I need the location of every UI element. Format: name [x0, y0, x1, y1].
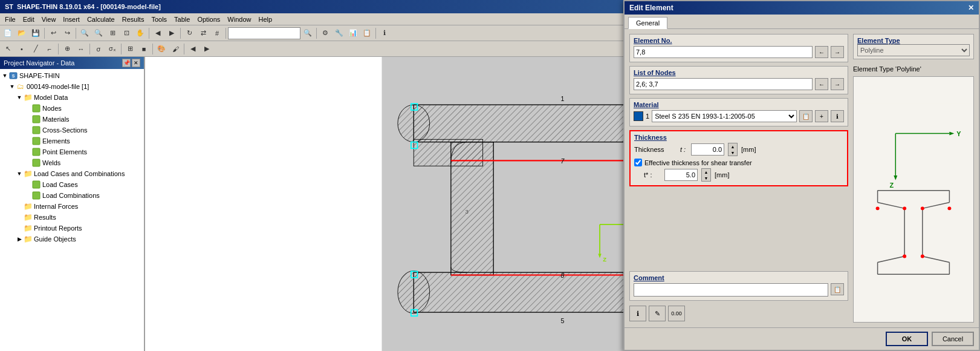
tree-cross-sections[interactable]: Cross-Sections — [0, 125, 144, 136]
tb-sep-7 — [375, 28, 376, 39]
tb-search-btn[interactable]: 🔍 — [301, 27, 314, 40]
cancel-button[interactable]: Cancel — [932, 332, 974, 346]
tb2-render[interactable]: ■ — [137, 42, 151, 56]
element-no-btn1[interactable]: ← — [815, 46, 828, 58]
material-select[interactable]: Steel S 235 EN 1993-1-1:2005-05 — [652, 110, 797, 122]
tb-new[interactable]: 📄 — [1, 27, 15, 40]
internal-forces-icon: 📁 — [23, 202, 33, 211]
eff-thickness-checkbox[interactable] — [634, 159, 642, 166]
menu-file[interactable]: File — [1, 15, 19, 24]
tree-point-elements[interactable]: Point Elements — [0, 146, 144, 157]
tb-grid[interactable]: # — [210, 27, 224, 40]
tb2-nav-l[interactable]: ◀ — [186, 42, 200, 56]
tb-info[interactable]: ℹ — [378, 27, 391, 40]
menu-calculate[interactable]: Calculate — [83, 15, 118, 24]
tb-extra-4[interactable]: 📋 — [360, 27, 374, 40]
nav-close[interactable]: ✕ — [132, 59, 140, 67]
ok-button[interactable]: OK — [886, 332, 928, 346]
tb-zoom-out[interactable]: 🔍 — [92, 27, 105, 40]
tb-zoom-fit[interactable]: ⊞ — [106, 27, 119, 40]
tstar-down[interactable]: ▼ — [702, 175, 710, 181]
tb2-color[interactable]: 🎨 — [155, 42, 168, 56]
tb2-sigma2[interactable]: σₓ — [106, 42, 119, 56]
nav-pin[interactable]: 📌 — [122, 59, 131, 67]
tb2-measure[interactable]: ↔ — [74, 42, 88, 56]
menu-options[interactable]: Options — [193, 15, 224, 24]
action-info-btn[interactable]: ℹ — [629, 306, 646, 321]
tree-model-file[interactable]: ▼ 🗂 000149-model-file [1] — [0, 81, 144, 92]
menu-table[interactable]: Table — [170, 15, 193, 24]
comment-btn[interactable]: 📋 — [831, 283, 844, 295]
tree-nodes[interactable]: Nodes — [0, 103, 144, 114]
tb-mirror[interactable]: ⇄ — [196, 27, 210, 40]
tree-guide-objects[interactable]: ▶ 📁 Guide Objects — [0, 234, 144, 244]
material-info-btn[interactable]: ℹ — [831, 110, 844, 122]
thickness-down[interactable]: ▼ — [729, 149, 737, 156]
material-new-btn[interactable]: + — [815, 110, 828, 122]
tb-rotate[interactable]: ↻ — [183, 27, 196, 40]
menu-window[interactable]: Window — [224, 15, 255, 24]
menu-view[interactable]: View — [38, 15, 60, 24]
tb2-polyline[interactable]: ⌐ — [43, 42, 56, 56]
tree-internal-forces[interactable]: 📁 Internal Forces — [0, 201, 144, 212]
action-edit-btn[interactable]: ✎ — [649, 306, 666, 321]
tb2-nav-r[interactable]: ▶ — [200, 42, 213, 56]
comment-input[interactable] — [634, 283, 828, 297]
menu-tools[interactable]: Tools — [148, 15, 170, 24]
svg-point-67 — [947, 206, 951, 210]
thickness-up[interactable]: ▲ — [729, 143, 737, 149]
element-type-select[interactable]: Polyline — [857, 44, 970, 56]
action-num-btn[interactable]: 0.00 — [668, 306, 685, 321]
tree-materials[interactable]: Materials — [0, 114, 144, 125]
menu-results[interactable]: Results — [118, 15, 148, 24]
tb2-line[interactable]: ╱ — [29, 42, 42, 56]
tstar-input[interactable] — [664, 169, 698, 181]
tree-elements[interactable]: Elements — [0, 136, 144, 146]
menu-insert[interactable]: Insert — [59, 15, 83, 24]
tb2-node[interactable]: • — [15, 42, 28, 56]
tree-load-cases-comb[interactable]: ▼ 📁 Load Cases and Combinations — [0, 168, 144, 179]
tree-load-cases[interactable]: Load Cases — [0, 179, 144, 190]
menu-edit[interactable]: Edit — [19, 15, 38, 24]
tab-general[interactable]: General — [628, 17, 667, 29]
tstar-up[interactable]: ▲ — [702, 169, 710, 175]
material-edit-btn[interactable]: 📋 — [799, 110, 813, 122]
tb-search-input[interactable] — [228, 27, 300, 39]
tb2-select[interactable]: ↖ — [1, 42, 15, 56]
tb-nav-fwd[interactable]: ▶ — [165, 27, 178, 40]
tb-sep-5 — [226, 28, 226, 39]
tb-open[interactable]: 📂 — [15, 27, 28, 40]
tb-zoom-window[interactable]: ⊡ — [120, 27, 133, 40]
tree-results[interactable]: 📁 Results — [0, 212, 144, 223]
dialog-close-button[interactable]: ✕ — [968, 4, 974, 12]
tb2-sigma[interactable]: σ — [92, 42, 105, 56]
tree-welds[interactable]: Welds — [0, 157, 144, 168]
thickness-unit: [mm] — [741, 146, 756, 153]
tstar-spinner[interactable]: ▲ ▼ — [701, 168, 711, 182]
thickness-input[interactable] — [691, 143, 724, 156]
tree-model-data[interactable]: ▼ 📁 Model Data — [0, 92, 144, 103]
tb-extra-2[interactable]: 🔧 — [333, 27, 346, 40]
tb2-snap[interactable]: ⊕ — [60, 42, 74, 56]
nodes-btn1[interactable]: ← — [815, 78, 828, 90]
tb2-palette[interactable]: 🖌 — [169, 42, 182, 56]
tb-extra-1[interactable]: ⚙ — [319, 27, 332, 40]
nodes-btn2[interactable]: → — [831, 78, 844, 90]
tb-nav-back[interactable]: ◀ — [151, 27, 164, 40]
tree-root[interactable]: ▼ S SHAPE-THIN — [0, 70, 144, 81]
tb2-disp-opt[interactable]: ⊞ — [123, 42, 137, 56]
menu-help[interactable]: Help — [255, 15, 276, 24]
element-no-input[interactable] — [634, 46, 813, 58]
list-of-nodes-input[interactable] — [634, 78, 813, 90]
internal-forces-label: Internal Forces — [34, 203, 78, 210]
tb-extra-3[interactable]: 📊 — [346, 27, 360, 40]
tb-redo[interactable]: ↪ — [60, 27, 74, 40]
tree-printout-reports[interactable]: 📁 Printout Reports — [0, 223, 144, 234]
tb-undo[interactable]: ↩ — [47, 27, 60, 40]
tb-zoom-in[interactable]: 🔍 — [78, 27, 91, 40]
tb-pan[interactable]: ✋ — [134, 27, 147, 40]
tb-save[interactable]: 💾 — [29, 27, 42, 40]
element-no-btn2[interactable]: → — [831, 46, 844, 58]
tree-load-combinations[interactable]: Load Combinations — [0, 190, 144, 201]
thickness-spinner[interactable]: ▲ ▼ — [728, 143, 738, 156]
